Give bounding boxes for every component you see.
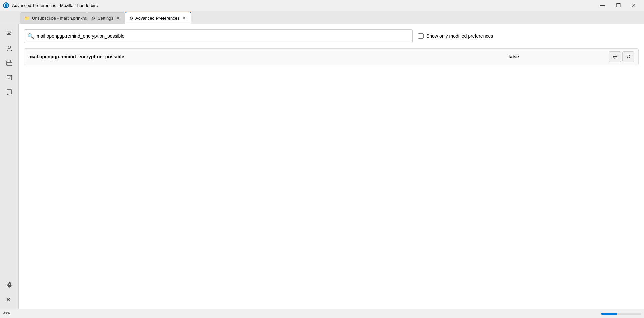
scrollbar-fill [601,313,617,315]
tab-advanced-prefs-icon: ⚙ [129,16,133,21]
svg-point-3 [8,46,11,49]
pref-actions: ⇄ ↺ [609,51,634,62]
sidebar-bottom [3,278,16,309]
modified-checkbox[interactable] [418,33,424,39]
sidebar-item-chat[interactable] [3,86,16,99]
sidebar-collapse-button[interactable] [3,293,16,306]
sidebar-item-calendar[interactable] [3,56,16,70]
tab-unsubscribe-icon: 📁 [24,16,30,21]
svg-point-9 [8,284,10,286]
minimize-button[interactable]: — [595,0,610,11]
close-button[interactable]: ✕ [626,0,641,11]
content-area: 🔍 Show only modified preferences mail.op… [19,24,644,309]
tasks-icon [6,74,13,81]
status-radio-icon [3,311,11,316]
contacts-icon [6,45,13,52]
title-bar: Advanced Preferences - Mozilla Thunderbi… [0,0,644,11]
settings-icon [6,281,13,288]
svg-rect-8 [7,75,12,80]
search-input-wrapper: 🔍 [24,29,413,43]
sidebar-item-settings[interactable] [3,278,16,291]
pref-toggle-button[interactable]: ⇄ [609,51,621,62]
tab-unsubscribe-label: Unsubscribe - martin.brinkman… [32,16,87,21]
modified-checkbox-label[interactable]: Show only modified preferences [418,33,493,39]
tab-settings-close[interactable]: ✕ [115,16,121,21]
chat-icon [6,89,13,96]
tab-advanced-prefs-label: Advanced Preferences [135,16,180,21]
collapse-icon [6,296,13,303]
calendar-icon [6,60,13,66]
sidebar-item-tasks[interactable] [3,71,16,84]
tab-advanced-prefs[interactable]: ⚙ Advanced Preferences ✕ [125,12,191,24]
sidebar-item-contacts[interactable] [3,42,16,55]
pref-reset-button[interactable]: ↺ [622,51,634,62]
prefs-table: mail.openpgp.remind_encryption_possible … [24,48,639,65]
maximize-button[interactable]: ❐ [610,0,626,11]
status-bar [0,309,644,318]
title-bar-left: Advanced Preferences - Mozilla Thunderbi… [3,2,98,9]
tab-bar: 📁 Unsubscribe - martin.brinkman… ✕ ⚙ Set… [0,11,644,24]
window-title: Advanced Preferences - Mozilla Thunderbi… [12,3,98,8]
title-bar-controls: — ❐ ✕ [595,0,641,11]
scrollbar-indicator[interactable] [601,313,641,315]
modified-checkbox-text: Show only modified preferences [426,33,493,39]
app-icon [3,2,9,9]
svg-rect-4 [7,61,12,66]
search-bar-container: 🔍 Show only modified preferences [19,24,644,46]
tab-advanced-prefs-close[interactable]: ✕ [182,15,187,21]
tab-unsubscribe[interactable]: 📁 Unsubscribe - martin.brinkman… ✕ [20,12,87,24]
tab-settings-label: Settings [98,16,113,21]
radio-icon [3,311,11,316]
table-row: mail.openpgp.remind_encryption_possible … [24,49,638,65]
pref-value: false [508,54,609,59]
tab-settings-icon: ⚙ [91,16,95,21]
svg-point-11 [6,313,7,314]
sidebar-item-mail[interactable]: ✉ [3,27,16,40]
tab-settings[interactable]: ⚙ Settings ✕ [87,12,125,24]
pref-name: mail.openpgp.remind_encryption_possible [28,54,508,59]
sidebar: ✉ [0,24,19,309]
main-layout: ✉ [0,24,644,309]
search-input[interactable] [24,29,413,43]
